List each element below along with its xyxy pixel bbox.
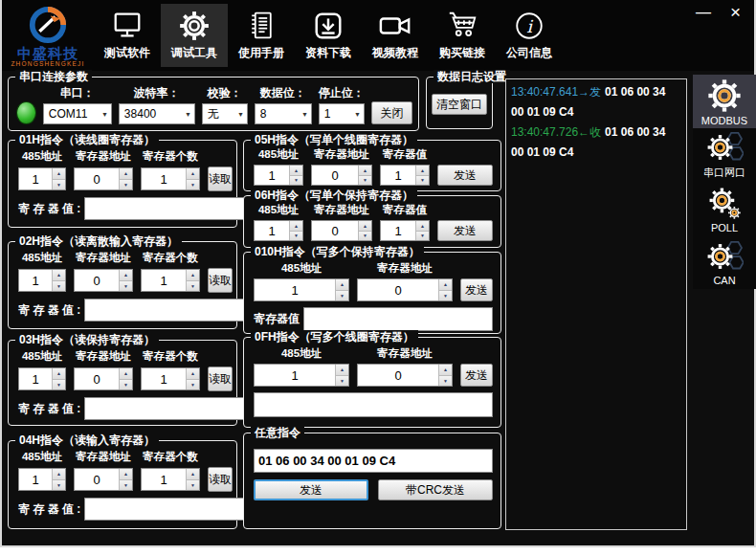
spin-down-icon[interactable] [416,232,429,241]
read-button[interactable]: 读取 [208,166,233,191]
register-address-input[interactable] [358,279,438,300]
spin-down-icon[interactable] [53,281,65,292]
485-address-spinner[interactable] [18,269,66,292]
sidebar-item-poll[interactable]: POLL [693,182,756,235]
send-button[interactable]: 发送 [460,278,493,301]
register-address-spinner[interactable] [74,167,133,190]
register-count-input[interactable] [142,469,186,490]
register-address-spinner[interactable] [74,269,133,292]
minimize-button[interactable]: — [696,2,711,23]
register-value-spinner[interactable] [380,220,430,241]
register-value-input[interactable] [381,221,415,240]
register-count-input[interactable] [142,368,186,389]
parity-select[interactable]: 无 [202,103,248,124]
register-value-input[interactable] [84,197,262,220]
toolbar-item-video-tutorial[interactable]: 视频教程 [362,4,429,67]
register-count-spinner[interactable] [141,269,200,292]
register-count-input[interactable] [142,168,186,189]
485-address-spinner[interactable] [18,367,66,390]
spin-up-icon[interactable] [187,368,199,380]
485-address-input[interactable] [19,368,52,389]
sidebar-item-can[interactable]: CAN [693,235,756,289]
register-value-input[interactable] [84,397,262,420]
register-count-spinner[interactable] [141,367,200,390]
register-value-spinner[interactable] [380,165,430,186]
baudrate-select[interactable]: 38400 [119,103,195,124]
register-address-spinner[interactable] [74,468,133,491]
485-address-input[interactable] [19,270,52,291]
send-button[interactable]: 发送 [460,364,493,387]
register-value-input[interactable] [381,166,415,185]
read-button[interactable]: 读取 [208,268,233,293]
485-address-input[interactable] [19,469,52,490]
spin-down-icon[interactable] [290,176,302,186]
register-count-spinner[interactable] [141,167,200,190]
spin-up-icon[interactable] [290,221,302,232]
spin-up-icon[interactable] [53,270,65,281]
485-address-spinner[interactable] [254,278,349,301]
send-button[interactable]: 发送 [437,165,493,186]
spin-up-icon[interactable] [359,166,371,176]
register-address-spinner[interactable] [311,220,372,241]
485-address-spinner[interactable] [254,165,303,186]
spin-down-icon[interactable] [290,232,302,241]
port-select[interactable]: COM11 [43,103,112,124]
register-address-input[interactable] [75,469,119,490]
register-address-input[interactable] [312,166,358,185]
data-log-panel[interactable]: 13:40:47.641→发01 06 00 34 00 01 09 C4 13… [505,78,687,530]
spin-up-icon[interactable] [439,279,452,291]
spin-down-icon[interactable] [439,291,452,301]
read-button[interactable]: 读取 [208,467,233,492]
close-button[interactable]: × [730,2,741,23]
register-value-input[interactable] [303,307,493,331]
spin-up-icon[interactable] [187,469,199,480]
toolbar-item-company-info[interactable]: i 公司信息 [496,4,563,67]
register-address-input[interactable] [75,368,119,389]
spin-down-icon[interactable] [439,376,452,387]
register-address-spinner[interactable] [357,364,453,387]
register-address-spinner[interactable] [357,278,453,301]
485-address-input[interactable] [255,166,289,185]
spin-up-icon[interactable] [439,365,452,376]
close-port-button[interactable]: 关闭 [371,101,412,124]
toolbar-item-debug-tool[interactable]: 调试工具 [161,4,228,67]
485-address-spinner[interactable] [254,220,303,241]
spin-down-icon[interactable] [53,180,65,190]
toolbar-item-purchase-link[interactable]: 购买链接 [429,4,496,67]
spin-up-icon[interactable] [416,221,429,232]
register-address-input[interactable] [358,365,438,386]
register-address-input[interactable] [75,168,119,189]
485-address-input[interactable] [255,221,289,240]
spin-down-icon[interactable] [336,376,348,387]
databits-select[interactable]: 8 [255,103,312,124]
register-value-input[interactable] [84,299,262,322]
spin-up-icon[interactable] [290,166,302,176]
spin-down-icon[interactable] [359,176,371,186]
spin-down-icon[interactable] [120,380,132,390]
spin-down-icon[interactable] [120,281,132,292]
spin-up-icon[interactable] [187,270,199,281]
register-value-input[interactable] [84,498,262,521]
spin-up-icon[interactable] [53,168,65,180]
register-count-input[interactable] [142,270,186,291]
register-address-spinner[interactable] [74,367,133,390]
toolbar-item-download[interactable]: 资料下载 [295,4,362,67]
clear-window-button[interactable]: 清空窗口 [432,94,487,115]
spin-up-icon[interactable] [120,270,132,281]
spin-down-icon[interactable] [187,380,199,390]
toolbar-item-user-manual[interactable]: 使用手册 [228,4,295,67]
spin-down-icon[interactable] [53,480,65,491]
toolbar-item-test-software[interactable]: 测试软件 [94,4,161,67]
spin-down-icon[interactable] [187,180,199,190]
spin-down-icon[interactable] [187,480,199,491]
spin-up-icon[interactable] [359,221,371,232]
spin-down-icon[interactable] [336,291,348,301]
stopbits-select[interactable]: 1 [319,103,365,124]
spin-up-icon[interactable] [416,166,429,176]
485-address-input[interactable] [19,168,52,189]
485-address-spinner[interactable] [18,167,66,190]
485-address-spinner[interactable] [18,468,66,491]
spin-down-icon[interactable] [359,232,371,241]
read-button[interactable]: 读取 [208,366,233,391]
spin-up-icon[interactable] [53,368,65,380]
